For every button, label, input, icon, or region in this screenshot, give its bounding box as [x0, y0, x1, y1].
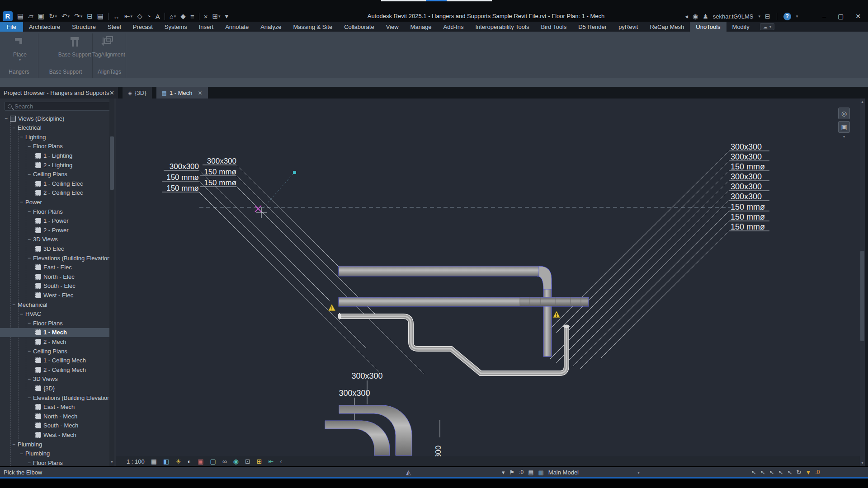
dimension-tag-right-7[interactable]: 150 mmø [731, 212, 765, 221]
place-button[interactable]: Place▾ [2, 34, 38, 62]
scroll-down-icon[interactable]: ▾ [109, 458, 114, 465]
close-hidden-icon[interactable]: × [202, 11, 210, 21]
user-dropdown-icon[interactable]: ▾ [758, 14, 760, 19]
sun-path-icon[interactable]: ☀ [175, 458, 181, 465]
file-menu-icon[interactable]: ▤ [15, 11, 25, 21]
collapse-icon[interactable]: − [28, 320, 33, 326]
steering-wheel-icon[interactable]: ◎ [838, 108, 850, 119]
main-model-selector[interactable]: Main Model [548, 469, 579, 476]
canvas-vertical-scrollbar[interactable]: ▴ ▾ [860, 99, 865, 466]
tree-item-2-power[interactable]: 2 - Power [0, 225, 109, 235]
revit-logo[interactable]: R [3, 11, 13, 21]
reveal-hidden-elements-icon[interactable]: ◉ [233, 458, 239, 465]
dimension-tag-left-4[interactable]: 150 mmø [204, 178, 236, 187]
tree-item-lighting[interactable]: −Lighting [0, 132, 109, 141]
aligned-dimension-icon[interactable]: ⇤▾ [123, 11, 134, 21]
project-browser-titlebar[interactable]: Project Browser - Hangers and Supports S… [0, 87, 118, 99]
detail-level-icon[interactable]: ▦ [151, 458, 157, 465]
ribbon-tab-d5-render[interactable]: D5 Render [572, 22, 613, 32]
sync-icon-dropdown[interactable]: ▾ [55, 14, 57, 19]
select-pinned-icon[interactable]: ↖ [769, 469, 774, 476]
analytical-model-icon[interactable]: ⊞ [257, 458, 262, 465]
dimension-tag-bottom-1[interactable]: 300x300 [339, 389, 370, 398]
background-process-icon[interactable]: ↻ [797, 469, 802, 476]
collapse-icon[interactable]: − [20, 134, 25, 140]
tree-item-floor-plans[interactable]: −Floor Plans [0, 142, 109, 151]
aligned-dimension-icon-dropdown[interactable]: ▾ [131, 14, 133, 19]
tree-item-electrical[interactable]: −Electrical [0, 123, 109, 132]
dimension-tag-right-5[interactable]: 300x300 [731, 192, 762, 201]
tree-item-3d-elec[interactable]: 3D Elec [0, 244, 109, 253]
crop-region-icon[interactable]: ▢ [210, 458, 216, 465]
tree-item-west-elec[interactable]: West - Elec [0, 291, 109, 300]
collapse-icon[interactable]: − [28, 348, 33, 354]
dimension-tag-right-0[interactable]: 300x300 [731, 142, 762, 151]
collapse-arrow-icon[interactable]: ◂ [685, 13, 688, 20]
drawing-canvas[interactable]: 300x300300x300150 mmø150 mmø150 mmø150 m… [116, 99, 860, 456]
dimension-tag-right-2[interactable]: 150 mmø [731, 162, 765, 171]
dimension-tag-left-5[interactable]: 150 mmø [166, 184, 199, 192]
ribbon-tab-add-ins[interactable]: Add-Ins [438, 22, 470, 32]
sync-icon[interactable]: ↻▾ [47, 11, 59, 21]
project-browser-scrollbar[interactable]: ▾ [109, 99, 114, 466]
tree-item-elevations-building-elevation-[interactable]: −Elevations (Building Elevation) [0, 393, 109, 402]
select-underlay-icon[interactable]: ↖ [760, 469, 765, 476]
navbar-dropdown-icon[interactable]: ▾ [838, 135, 850, 139]
main-model-dropdown-icon[interactable]: ▾ [637, 470, 640, 475]
worksets-dropdown-icon[interactable]: ▾ [502, 469, 505, 476]
tree-item-plumbing[interactable]: −Plumbing [0, 449, 109, 458]
ribbon-tab-modify[interactable]: Modify [726, 22, 755, 32]
ribbon-tab-file[interactable]: File [0, 22, 23, 32]
ribbon-tab-steel[interactable]: Steel [102, 22, 127, 32]
select-links-icon[interactable]: ↖ [751, 469, 756, 476]
ribbon-tab-collaborate[interactable]: Collaborate [338, 22, 380, 32]
close-icon[interactable]: ✕ [109, 89, 114, 96]
dimension-tag-right-8[interactable]: 150 mmø [731, 222, 765, 231]
collapse-icon[interactable]: − [20, 311, 25, 317]
save-icon[interactable]: ▣ [36, 11, 46, 21]
collapse-icon[interactable]: − [28, 255, 33, 261]
tree-item-east-elec[interactable]: East - Elec [0, 263, 109, 272]
tree-item-north-mech[interactable]: North - Mech [0, 412, 109, 421]
tag-icon[interactable]: ◇ [135, 11, 144, 21]
tree-item-3d-views[interactable]: −3D Views [0, 375, 109, 384]
active-workset-icon[interactable]: ⚑ [509, 469, 515, 476]
collapse-icon[interactable]: − [28, 236, 33, 243]
warning-icon[interactable] [553, 311, 560, 318]
tree-item-mechanical[interactable]: −Mechanical [0, 300, 109, 309]
dropdown-icon[interactable]: ▾ [2, 58, 38, 62]
restore-button[interactable]: ▢ [834, 13, 847, 20]
communicator-icon[interactable]: ◭ [406, 469, 411, 476]
ribbon-tab-structure[interactable]: Structure [66, 22, 102, 32]
collapse-icon[interactable]: − [12, 125, 18, 131]
tree-item-floor-plans[interactable]: −Floor Plans [0, 458, 109, 466]
print-icon[interactable]: ⊟ [85, 11, 94, 21]
tagalignment-button[interactable]: TagAlignment [92, 34, 123, 58]
ribbon-tab-analyze[interactable]: Analyze [255, 22, 287, 32]
tree-item-1-mech[interactable]: 1 - Mech [0, 328, 109, 337]
dimension-tag-left-1[interactable]: 300x300 [170, 162, 199, 171]
ribbon-tab-insert[interactable]: Insert [193, 22, 220, 32]
tree-item-south-elec[interactable]: South - Elec [0, 282, 109, 291]
collapse-icon[interactable]: − [28, 143, 33, 150]
text-icon[interactable]: A [154, 11, 162, 21]
tree-item-power[interactable]: −Power [0, 197, 109, 206]
scroll-up-icon[interactable]: ▴ [860, 99, 865, 105]
dimension-tag-right-3[interactable]: 300x300 [731, 172, 762, 181]
ribbon-tab-pyrevit[interactable]: pyRevit [613, 22, 644, 32]
cloud-tools-pill[interactable]: ☁▾ [760, 23, 775, 30]
tree-item--3d-[interactable]: {3D} [0, 384, 109, 393]
zoom-box-icon[interactable]: ▣ [838, 121, 850, 133]
crop-view-icon[interactable]: ▣ [198, 458, 203, 465]
undo-icon[interactable]: ↶▾ [60, 11, 71, 21]
default-3d-view-icon[interactable]: ⌂▾ [168, 11, 178, 21]
tree-item-2-mech[interactable]: 2 - Mech [0, 337, 109, 346]
tree-item-north-elec[interactable]: North - Elec [0, 272, 109, 281]
search-binoculars-icon[interactable]: ◉ [693, 13, 698, 20]
scrollbar-thumb[interactable] [860, 251, 864, 341]
duct-300x300-upper[interactable] [339, 266, 539, 276]
view-tab-1-mech[interactable]: ▤1 - Mech✕ [156, 87, 208, 99]
ribbon-tab-bird-tools[interactable]: Bird Tools [535, 22, 572, 32]
ribbon-tab-systems[interactable]: Systems [159, 22, 193, 32]
ribbon-tab-view[interactable]: View [380, 22, 405, 32]
